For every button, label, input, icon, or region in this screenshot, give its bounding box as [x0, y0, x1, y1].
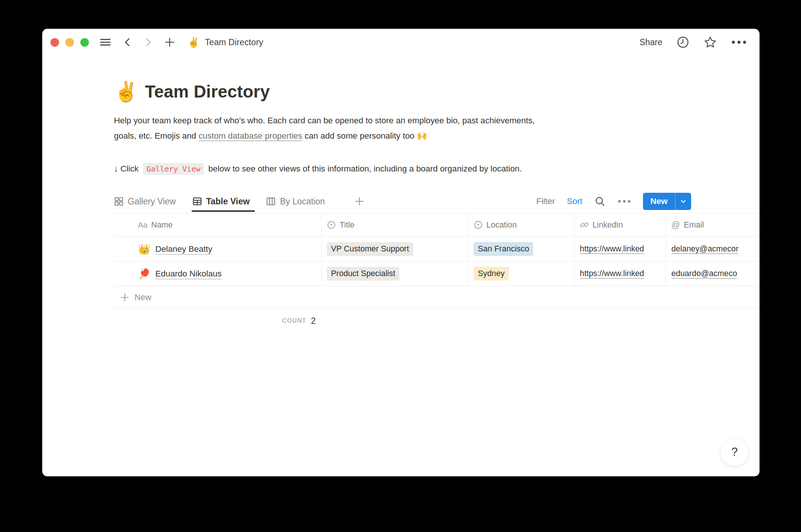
title-tag: VP Customer Support — [327, 242, 413, 256]
count-control[interactable]: COUNT 2 — [114, 309, 322, 333]
add-view-icon[interactable] — [354, 196, 365, 207]
back-icon[interactable] — [123, 37, 132, 47]
email-cell[interactable]: eduardo@acmeco — [666, 262, 760, 286]
linkedin-cell[interactable]: https://www.linked — [575, 262, 666, 286]
title-tag: Product Specialist — [327, 267, 399, 281]
traffic-lights — [50, 38, 89, 47]
forward-icon[interactable] — [143, 37, 153, 47]
favorite-star-icon[interactable] — [703, 35, 717, 49]
board-icon — [266, 197, 276, 206]
share-button[interactable]: Share — [640, 37, 662, 47]
table-icon — [192, 197, 202, 206]
record-name-link[interactable]: Eduardo Nikolaus — [155, 269, 222, 279]
record-name-link[interactable]: Delaney Beatty — [155, 244, 213, 254]
table-row: 🏓 Eduardo Nikolaus Product Specialist Sy… — [114, 262, 760, 286]
titlebar: ✌️ Team Directory Share — [42, 29, 760, 56]
filter-button[interactable]: Filter — [536, 197, 555, 206]
count-label: COUNT — [282, 318, 306, 324]
title-cell[interactable]: Product Specialist — [322, 262, 468, 286]
views-toolbar-row: Gallery View Table View By Location Filt… — [114, 190, 691, 213]
down-arrow-glyph: ↓ — [114, 164, 118, 174]
title-cell[interactable]: VP Customer Support — [322, 237, 468, 261]
location-tag: Sydney — [474, 267, 509, 281]
column-header-linkedin[interactable]: LinkedIn — [575, 213, 666, 236]
name-cell[interactable]: 🏓 Eduardo Nikolaus — [114, 262, 322, 286]
hint-line[interactable]: ↓ Click Gallery View below to see other … — [114, 163, 760, 175]
row-emoji-icon: 🏓 — [138, 269, 151, 279]
view-options-icon[interactable] — [618, 200, 631, 203]
window-title: Team Directory — [205, 37, 263, 47]
custom-properties-link[interactable]: custom database properties — [198, 131, 302, 140]
plus-icon — [120, 293, 130, 302]
count-value: 2 — [311, 316, 316, 326]
table-row: 👑 Delaney Beatty VP Customer Support San… — [114, 237, 760, 262]
database-table: Aa Name Title Location LinkedIn — [114, 213, 760, 333]
location-tag: San Francisco — [474, 242, 533, 256]
linkedin-url-link[interactable]: https://www.linked — [580, 269, 644, 278]
location-cell[interactable]: Sydney — [468, 262, 575, 286]
email-link[interactable]: delaney@acmecor — [671, 244, 739, 254]
email-cell[interactable]: delaney@acmecor — [666, 237, 760, 261]
page-title[interactable]: Team Directory — [145, 81, 270, 102]
column-header-title[interactable]: Title — [322, 213, 468, 236]
new-record-button-group: New — [643, 193, 691, 210]
breadcrumb[interactable]: ✌️ Team Directory — [188, 37, 263, 47]
row-emoji-icon: 👑 — [138, 244, 151, 254]
linkedin-url-link[interactable]: https://www.linked — [580, 244, 644, 254]
minimize-window-button[interactable] — [65, 38, 74, 47]
more-options-icon[interactable] — [731, 40, 747, 44]
url-property-icon — [580, 220, 589, 229]
zoom-window-button[interactable] — [80, 38, 89, 47]
menu-icon[interactable] — [99, 38, 111, 47]
page-icon[interactable]: ✌️ — [114, 82, 138, 101]
chevron-down-icon — [680, 198, 687, 205]
location-cell[interactable]: San Francisco — [468, 237, 575, 261]
close-window-button[interactable] — [50, 38, 59, 47]
new-row-button[interactable]: New — [114, 286, 760, 309]
page-emoji-icon: ✌️ — [188, 37, 200, 47]
select-property-icon — [327, 220, 336, 229]
new-dropdown-button[interactable] — [675, 193, 691, 210]
tab-gallery-view[interactable]: Gallery View — [114, 197, 176, 207]
email-property-icon: @ — [671, 220, 680, 230]
name-cell[interactable]: 👑 Delaney Beatty — [114, 237, 322, 261]
raised-hands-emoji: 🙌 — [417, 131, 427, 140]
new-record-button[interactable]: New — [643, 193, 675, 210]
gallery-view-code: Gallery View — [143, 163, 204, 175]
new-tab-icon[interactable] — [164, 37, 175, 47]
page-description[interactable]: Help your team keep track of who's who. … — [114, 113, 663, 143]
gallery-icon — [114, 197, 124, 206]
app-window: ✌️ Team Directory Share ✌️ Team Director… — [42, 29, 760, 476]
tab-table-view[interactable]: Table View — [192, 197, 250, 207]
history-clock-icon[interactable] — [677, 36, 689, 49]
column-header-name[interactable]: Aa Name — [114, 213, 322, 236]
search-icon[interactable] — [594, 196, 606, 207]
help-button[interactable]: ? — [720, 438, 749, 466]
text-property-icon: Aa — [138, 220, 148, 229]
linkedin-cell[interactable]: https://www.linked — [575, 237, 666, 261]
sort-button[interactable]: Sort — [567, 197, 582, 206]
select-property-icon — [474, 220, 483, 229]
table-header-row: Aa Name Title Location LinkedIn — [114, 213, 760, 237]
column-header-email[interactable]: @ Email — [666, 213, 760, 236]
tab-by-location[interactable]: By Location — [266, 197, 325, 207]
email-link[interactable]: eduardo@acmeco — [671, 269, 737, 278]
column-header-location[interactable]: Location — [468, 213, 575, 236]
